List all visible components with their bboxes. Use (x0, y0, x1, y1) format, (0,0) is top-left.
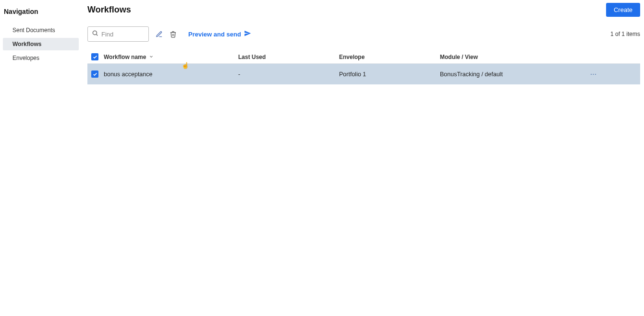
create-button[interactable]: Create (606, 3, 640, 17)
sidebar: Navigation Sent Documents Workflows Enve… (0, 0, 82, 316)
svg-point-0 (93, 31, 97, 35)
sidebar-item-workflows[interactable]: Workflows (3, 38, 79, 50)
svg-line-1 (97, 35, 98, 36)
column-header-name[interactable]: Workflow name (104, 54, 238, 60)
main: Workflows Create Preview and send 1 of 1… (82, 0, 644, 316)
column-header-envelope[interactable]: Envelope (339, 54, 440, 60)
page-title: Workflows (87, 5, 131, 15)
preview-and-send-link[interactable]: Preview and send (188, 30, 251, 38)
edit-icon[interactable] (156, 31, 163, 38)
table-header-row: Workflow name Last Used Envelope Module … (87, 50, 640, 63)
toolbar: Preview and send 1 of 1 items (87, 26, 640, 42)
sidebar-item-sent-documents[interactable]: Sent Documents (3, 24, 79, 36)
row-actions-menu[interactable]: ··· (584, 71, 603, 78)
workflows-table: Workflow name Last Used Envelope Module … (87, 50, 640, 84)
column-header-last-used[interactable]: Last Used (238, 54, 339, 60)
send-icon (244, 30, 251, 38)
cell-name: bonus acceptance (104, 71, 238, 78)
column-header-name-label: Workflow name (104, 54, 146, 60)
table-row[interactable]: bonus acceptance - Portfolio 1 BonusTrac… (87, 63, 640, 84)
chevron-down-icon (149, 54, 154, 60)
cell-last-used: - (238, 71, 339, 78)
sidebar-title: Navigation (0, 5, 82, 24)
sidebar-item-envelopes[interactable]: Envelopes (3, 52, 79, 64)
preview-label: Preview and send (188, 31, 241, 38)
header: Workflows Create (87, 3, 640, 17)
select-all-checkbox[interactable] (91, 53, 98, 60)
cell-envelope: Portfolio 1 (339, 71, 440, 78)
search-box[interactable] (87, 26, 149, 42)
items-count: 1 of 1 items (610, 31, 640, 37)
search-input[interactable] (101, 31, 145, 38)
column-header-module[interactable]: Module / View (440, 54, 584, 60)
search-icon (92, 30, 98, 38)
delete-icon[interactable] (170, 31, 177, 38)
cell-module: BonusTracking / default (440, 71, 584, 78)
row-checkbox[interactable] (91, 70, 98, 78)
